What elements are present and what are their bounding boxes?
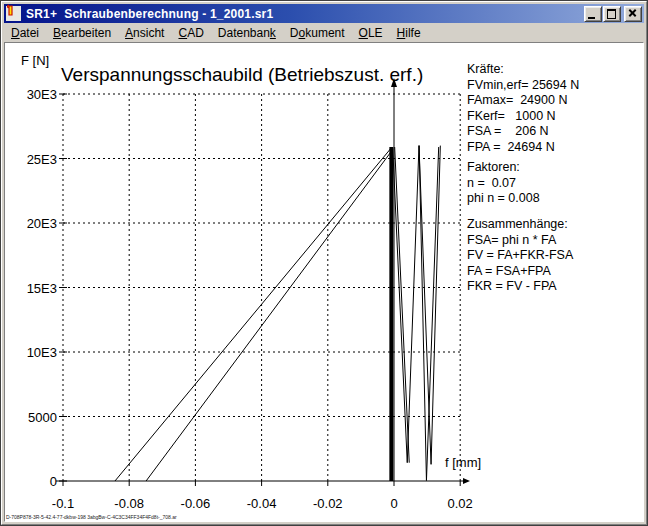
series-bolt-line-case-2: [146, 150, 393, 481]
chart-title: Verspannungsschaubild (Betriebszust. erf…: [61, 64, 423, 86]
y-tick-label: 0: [1, 474, 57, 489]
info-panel-group: Kräfte:FVmin,erf= 25694 NFAmax= 24900 NF…: [467, 62, 643, 155]
info-line: FAmax= 24900 N: [467, 93, 643, 109]
x-axis-arrow: [463, 478, 470, 484]
info-panel-group: Faktoren:n = 0.07phi n = 0.008: [467, 160, 643, 207]
x-tick-label: -0.04: [237, 496, 287, 511]
series-bolt-line-case-1: [115, 147, 392, 481]
x-tick-label: -0.06: [170, 496, 220, 511]
y-axis-label: F [N]: [21, 53, 49, 68]
y-tick-label: 15E3: [1, 281, 57, 296]
info-line: Faktoren:: [467, 160, 643, 176]
info-line: FSA = 206 N: [467, 124, 643, 140]
x-tick-label: -0.08: [104, 496, 154, 511]
info-line: FV = FA+FKR-FSA: [467, 248, 643, 264]
info-line: FPA = 24694 N: [467, 140, 643, 156]
series-operating-zigzag-2: [395, 147, 410, 463]
x-tick-label: -0.1: [38, 496, 88, 511]
footer-fineprint: D-708P878-3R-5-42.4-77-dkbw-198 3abgBw-C…: [6, 514, 177, 520]
y-tick-label: 10E3: [1, 345, 57, 360]
y-tick-label: 5000: [1, 410, 57, 425]
y-tick-label: 25E3: [1, 152, 57, 167]
y-tick-label: 30E3: [1, 87, 57, 102]
x-tick-label: 0.02: [435, 496, 485, 511]
info-line: Kräfte:: [467, 62, 643, 78]
x-tick-label: -0.02: [303, 496, 353, 511]
info-line: FA = FSA+FPA: [467, 264, 643, 280]
app-window: SR1+ Schraubenberechnung - 1_2001.sr1 Da…: [0, 0, 648, 526]
info-line: FKerf= 1000 N: [467, 109, 643, 125]
x-tick-label: 0: [369, 496, 419, 511]
info-line: FSA= phi n * FA: [467, 233, 643, 249]
info-line: n = 0.07: [467, 176, 643, 192]
info-line: Zusammenhänge:: [467, 217, 643, 233]
x-axis-label: f [mm]: [445, 455, 481, 470]
info-line: FVmin,erf= 25694 N: [467, 78, 643, 94]
info-line: FKR = FV - FPA: [467, 279, 643, 295]
y-tick-label: 20E3: [1, 216, 57, 231]
info-line: phi n = 0.008: [467, 191, 643, 207]
info-panel-group: Zusammenhänge:FSA= phi n * FAFV = FA+FKR…: [467, 217, 643, 295]
